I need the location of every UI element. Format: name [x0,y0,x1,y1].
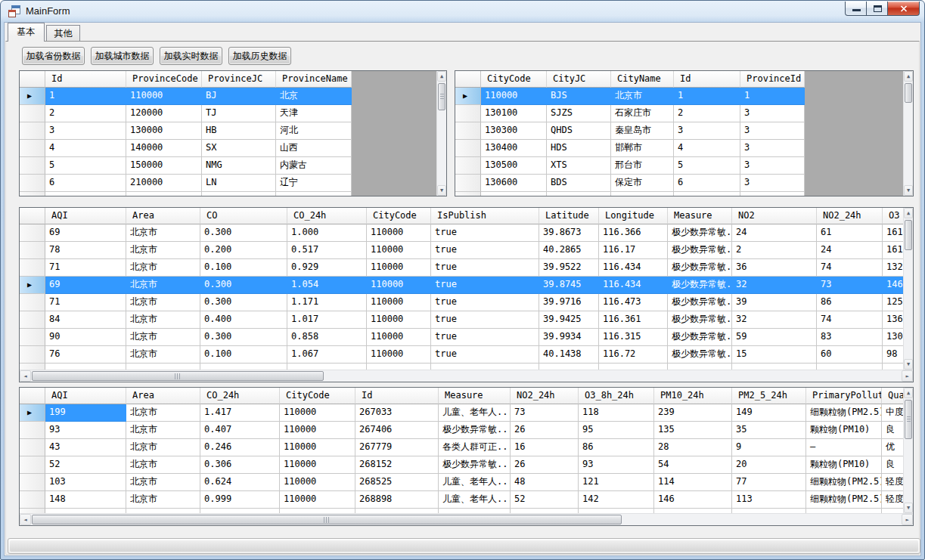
cell[interactable]: 16 [511,439,579,456]
cell[interactable]: 山西 [276,140,352,157]
column-header[interactable]: NO2 [732,208,817,224]
load-history-data-button[interactable]: 加载历史数据 [228,47,291,65]
cell[interactable]: 6 [674,175,740,192]
cell[interactable]: 90 [45,329,126,346]
column-header[interactable]: Measure [668,208,732,224]
cell[interactable]: SJZS [547,105,611,122]
row-header[interactable] [20,491,45,509]
cell[interactable]: 110000 [367,329,431,346]
column-header[interactable]: PM2_5_24h [732,388,806,404]
cell[interactable]: 0.300 [200,224,287,242]
cell[interactable]: 130300 [481,122,547,140]
scrollbar-thumb[interactable] [32,515,622,524]
cell[interactable]: 1 [674,88,740,105]
scrollbar-thumb[interactable] [438,83,445,110]
column-header[interactable]: AQI [45,208,126,224]
cell[interactable]: 北京市 [611,88,674,105]
cell[interactable]: 极少数异常敏... [668,346,732,364]
row-header[interactable] [20,346,45,364]
cell[interactable]: 20 [732,456,806,474]
cell[interactable]: NMG [202,157,276,175]
cell[interactable] [45,192,126,196]
cell[interactable]: 北京市 [126,294,200,311]
cell[interactable]: 极少数异常敏... [439,456,511,474]
column-header[interactable]: ProvinceName [276,71,352,88]
scroll-down-icon[interactable]: ▼ [904,503,913,513]
cell[interactable]: 0.246 [200,439,280,456]
cell[interactable]: 116.434 [599,277,668,294]
close-button[interactable] [887,2,920,16]
cell[interactable]: 77 [732,474,806,491]
column-header[interactable]: Measure [439,388,511,404]
cell[interactable]: 0.300 [200,294,287,311]
cell[interactable]: 110000 [280,474,355,491]
column-header[interactable]: CityName [611,71,674,88]
scrollbar-thumb[interactable] [905,400,912,439]
cell[interactable] [481,192,547,196]
cell[interactable]: 52 [511,491,579,509]
cell[interactable]: 267406 [355,422,439,439]
cell[interactable]: 40.2865 [539,242,599,259]
row-header[interactable]: ▶ [20,277,45,294]
cell[interactable]: 细颗粒物(PM2.5) [806,404,882,422]
row-header[interactable] [20,311,45,329]
scrollbar-thumb[interactable] [32,371,324,381]
cell[interactable]: 4 [674,140,740,157]
cell[interactable] [547,192,611,196]
cell[interactable]: 110000 [367,294,431,311]
scroll-right-icon[interactable]: ► [902,514,913,525]
cell[interactable]: 148 [45,491,126,509]
scroll-right-icon[interactable]: ► [902,370,913,382]
scroll-up-icon[interactable]: ▲ [904,208,913,218]
column-header[interactable]: NO2_24h [511,388,579,404]
scrollbar-thumb[interactable] [905,220,912,250]
scroll-up-icon[interactable]: ▲ [904,71,913,82]
column-header[interactable]: Id [674,71,740,88]
row-header[interactable] [20,242,45,259]
cell[interactable]: 150000 [126,157,202,175]
cell[interactable]: 120000 [126,105,202,122]
cell[interactable]: 116.361 [599,311,668,329]
cell[interactable]: 北京市 [126,242,200,259]
cell[interactable]: 83 [817,329,883,346]
cell[interactable]: 116.366 [599,224,668,242]
cell[interactable]: 儿童、老年人... [439,474,511,491]
cell[interactable]: 北京市 [126,422,200,439]
cell[interactable]: 极少数异常敏... [439,422,511,439]
row-header[interactable] [20,329,45,346]
cell[interactable]: 110000 [280,456,355,474]
row-header[interactable] [20,140,45,157]
cell[interactable]: 130500 [481,157,547,175]
cell[interactable]: 0.100 [200,346,287,364]
cell[interactable] [674,192,740,196]
cell[interactable]: true [431,311,539,329]
cell[interactable]: 0.407 [200,422,280,439]
cell[interactable]: 北京市 [126,311,200,329]
vertical-scrollbar[interactable]: ▲▼ [903,388,913,513]
cell[interactable]: 32 [732,311,817,329]
cell[interactable]: 110000 [481,88,547,105]
cell[interactable]: true [431,277,539,294]
cell[interactable]: 邢台市 [611,157,674,175]
tab-basic[interactable]: 基本 [8,23,45,42]
row-header[interactable] [20,259,45,277]
scroll-left-icon[interactable]: ◄ [20,514,31,525]
cell[interactable]: 天津 [276,105,352,122]
cell[interactable]: 76 [45,346,126,364]
vertical-scrollbar[interactable]: ▲▼ [903,71,913,196]
column-header[interactable]: CityJC [547,71,611,88]
cell[interactable]: TJ [202,105,276,122]
cell[interactable]: 110000 [367,311,431,329]
cell[interactable]: 北京市 [126,491,200,509]
row-header[interactable]: ▶ [20,88,45,105]
maximize-button[interactable] [866,2,888,16]
row-header[interactable]: ▶ [20,404,45,422]
cell[interactable]: 116.434 [599,259,668,277]
column-header[interactable]: Latitude [539,208,599,224]
cell[interactable]: 1 [45,88,126,105]
cell[interactable]: 71 [45,259,126,277]
cell[interactable]: 2 [45,105,126,122]
cell[interactable]: XTS [547,157,611,175]
cell[interactable]: 39.8673 [539,224,599,242]
cell[interactable]: 28 [654,439,732,456]
